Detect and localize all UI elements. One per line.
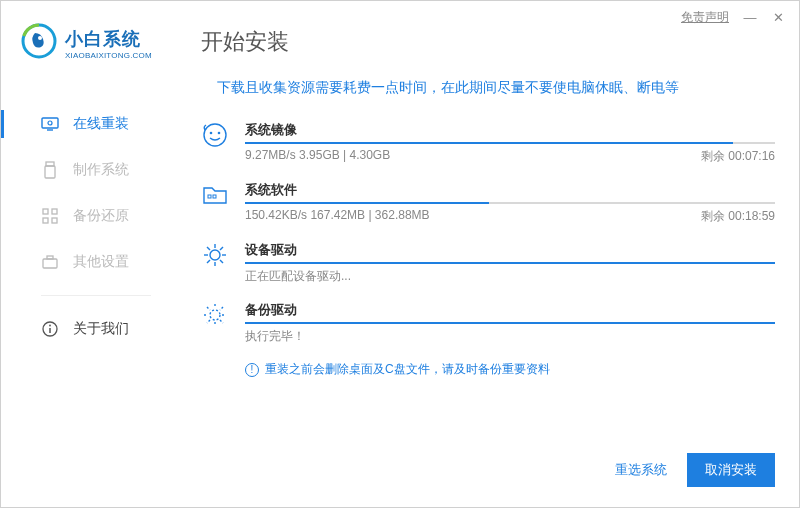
svg-point-17 — [204, 124, 226, 146]
info-icon — [41, 320, 59, 338]
svg-line-28 — [220, 260, 223, 263]
cancel-install-button[interactable]: 取消安装 — [687, 453, 775, 487]
svg-line-29 — [220, 247, 223, 250]
svg-rect-21 — [213, 195, 216, 198]
svg-rect-10 — [43, 218, 48, 223]
svg-line-37 — [220, 320, 223, 323]
briefcase-icon — [41, 253, 59, 271]
gear-icon — [201, 241, 229, 269]
logo-title: 小白系统 — [65, 27, 152, 51]
svg-line-30 — [207, 260, 210, 263]
task-status: 正在匹配设备驱动... — [245, 268, 775, 285]
svg-point-19 — [218, 132, 221, 135]
footer: 重选系统 取消安装 — [615, 453, 775, 487]
sidebar-item-label: 备份还原 — [73, 207, 129, 225]
app-window: 免责声明 — ✕ 小白系统 XIAOBAIXITONG.COM 在线重装 — [0, 0, 800, 508]
face-icon — [201, 121, 229, 149]
logo-subtitle: XIAOBAIXITONG.COM — [65, 51, 152, 60]
main-content: 开始安装 下载且收集资源需要耗费一点时间，在此期间尽量不要使电脑休眠、断电等 系… — [201, 27, 775, 447]
svg-rect-7 — [45, 166, 55, 178]
sidebar-item-backup[interactable]: 备份还原 — [1, 193, 181, 239]
svg-line-38 — [220, 307, 223, 310]
svg-rect-13 — [47, 256, 53, 259]
reselect-system-link[interactable]: 重选系统 — [615, 461, 667, 479]
sidebar: 在线重装 制作系统 备份还原 其他设置 关于我们 — [1, 101, 181, 352]
svg-point-22 — [210, 250, 220, 260]
task-device-driver: 设备驱动 正在匹配设备驱动... — [201, 241, 775, 285]
sidebar-item-settings[interactable]: 其他设置 — [1, 239, 181, 285]
svg-rect-9 — [52, 209, 57, 214]
sidebar-item-reinstall[interactable]: 在线重装 — [1, 101, 181, 147]
task-meta: 150.42KB/s 167.42MB | 362.88MB — [245, 208, 430, 225]
sidebar-item-create[interactable]: 制作系统 — [1, 147, 181, 193]
sidebar-item-label: 其他设置 — [73, 253, 129, 271]
page-title: 开始安装 — [201, 27, 775, 57]
task-meta: 9.27MB/s 3.95GB | 4.30GB — [245, 148, 390, 165]
svg-point-31 — [210, 310, 220, 320]
minimize-icon[interactable]: — — [743, 10, 757, 25]
close-icon[interactable]: ✕ — [771, 10, 785, 25]
sidebar-item-label: 在线重装 — [73, 115, 129, 133]
task-status: 执行完毕！ — [245, 328, 775, 345]
progress-bar — [245, 142, 775, 144]
svg-point-16 — [49, 325, 51, 327]
grid-icon — [41, 207, 59, 225]
warning-message: ! 重装之前会删除桌面及C盘文件，请及时备份重要资料 — [245, 361, 775, 378]
task-remaining: 剩余 00:07:16 — [701, 148, 775, 165]
sidebar-item-about[interactable]: 关于我们 — [1, 306, 181, 352]
disclaimer-link[interactable]: 免责声明 — [681, 9, 729, 26]
task-title: 设备驱动 — [245, 241, 775, 259]
notice-text: 下载且收集资源需要耗费一点时间，在此期间尽量不要使电脑休眠、断电等 — [217, 79, 775, 97]
svg-line-36 — [207, 307, 210, 310]
monitor-icon — [41, 115, 59, 133]
sidebar-item-label: 关于我们 — [73, 320, 129, 338]
task-title: 备份驱动 — [245, 301, 775, 319]
task-system-image: 系统镜像 9.27MB/s 3.95GB | 4.30GB 剩余 00:07:1… — [201, 121, 775, 165]
progress-bar — [245, 262, 775, 264]
svg-rect-11 — [52, 218, 57, 223]
svg-rect-3 — [42, 118, 58, 128]
svg-point-4 — [48, 121, 52, 125]
svg-rect-20 — [208, 195, 211, 198]
progress-bar — [245, 202, 775, 204]
task-backup-driver: 备份驱动 执行完毕！ — [201, 301, 775, 345]
logo: 小白系统 XIAOBAIXITONG.COM — [21, 23, 152, 63]
gear-dotted-icon — [201, 301, 229, 329]
sidebar-item-label: 制作系统 — [73, 161, 129, 179]
svg-line-39 — [207, 320, 210, 323]
usb-icon — [41, 161, 59, 179]
svg-rect-12 — [43, 259, 57, 268]
sidebar-divider — [41, 295, 151, 296]
folder-icon — [201, 181, 229, 209]
progress-bar — [245, 322, 775, 324]
svg-line-27 — [207, 247, 210, 250]
svg-rect-8 — [43, 209, 48, 214]
task-remaining: 剩余 00:18:59 — [701, 208, 775, 225]
logo-icon — [21, 23, 57, 63]
task-system-software: 系统软件 150.42KB/s 167.42MB | 362.88MB 剩余 0… — [201, 181, 775, 225]
task-title: 系统镜像 — [245, 121, 775, 139]
svg-point-2 — [38, 36, 42, 40]
task-title: 系统软件 — [245, 181, 775, 199]
warning-text: 重装之前会删除桌面及C盘文件，请及时备份重要资料 — [265, 361, 550, 378]
svg-point-18 — [210, 132, 213, 135]
warning-icon: ! — [245, 363, 259, 377]
